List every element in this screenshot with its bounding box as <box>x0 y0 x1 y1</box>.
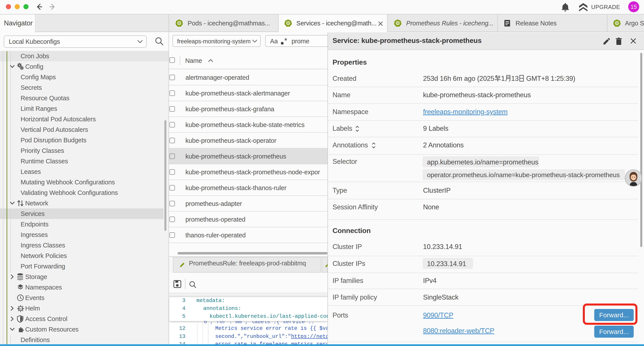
svg-text:HELM: HELM <box>18 308 24 310</box>
